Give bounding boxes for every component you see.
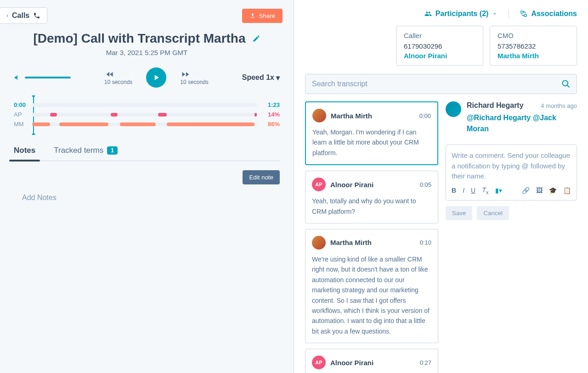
play-icon	[152, 73, 161, 82]
save-button[interactable]: Save	[446, 206, 472, 220]
calls-label: Calls	[12, 11, 29, 20]
speaker-name: Martha Mirth	[331, 112, 372, 120]
image-icon[interactable]: 🖼	[536, 187, 543, 194]
forward-icon	[180, 70, 208, 79]
speaker-mm-label: MM	[14, 121, 28, 128]
comment: Richard Hegarty 4 months ago @Richard He…	[446, 101, 577, 134]
call-date: Mar 3, 2021 5:25 PM GMT	[0, 49, 294, 56]
transcript-list: Martha Mirth 0:00 Yeah, Morgan. I'm wond…	[305, 101, 438, 373]
bold-icon[interactable]: B	[452, 187, 456, 194]
back-calls-button[interactable]: ‹ Calls	[0, 7, 47, 24]
phone-icon	[33, 12, 40, 19]
chevron-up-icon	[492, 11, 498, 17]
participant-role: Caller	[404, 32, 475, 39]
speaker-mm-pct: 86%	[261, 121, 280, 128]
rewind-icon	[104, 70, 132, 79]
speaker-name: Martha Mirth	[330, 239, 372, 246]
share-button[interactable]: Share	[242, 9, 283, 23]
avatar: AP	[312, 178, 326, 191]
timeline-start: 0:00	[14, 101, 28, 108]
participant-role: CMO	[498, 32, 569, 39]
transcript-turn[interactable]: AP Alnoor Pirani 0:27 Totally totally an…	[305, 349, 438, 373]
timeline-end: 1:23	[261, 101, 280, 108]
transcript-text: We're using kind of like a smaller CRM r…	[312, 254, 431, 336]
editor-toolbar: B I U Tx ▮▾ 🔗 🖼 🎓 📋	[452, 186, 571, 195]
tab-tracked-terms[interactable]: Tracked terms 1	[54, 146, 118, 161]
more-icon[interactable]: 📋	[563, 187, 571, 194]
avatar: AP	[312, 356, 326, 369]
divider	[509, 9, 509, 18]
transcript-turn[interactable]: Martha Mirth 0:00 Yeah, Morgan. I'm wond…	[305, 101, 438, 165]
search-input[interactable]	[305, 74, 577, 94]
page-title: [Demo] Call with Transcript Martha	[33, 31, 245, 46]
volume-control[interactable]	[14, 74, 71, 81]
avatar	[312, 109, 326, 122]
comment-time: 4 months ago	[541, 102, 577, 109]
participant-phone: 5735786232	[498, 42, 569, 50]
timestamp: 0:27	[420, 359, 431, 366]
edit-title-icon[interactable]	[252, 34, 260, 43]
transcript-text: Yeah, totally and why do you want to CRM…	[312, 196, 431, 217]
highlight-icon[interactable]: ▮▾	[495, 187, 502, 194]
search-icon[interactable]	[561, 79, 571, 89]
share-label: Share	[259, 12, 275, 19]
italic-icon[interactable]: I	[463, 187, 464, 194]
participant-phone: 6179030296	[404, 42, 475, 50]
speaker-mm-track[interactable]	[32, 122, 257, 126]
speaker-ap-pct: 14%	[261, 111, 280, 118]
participant-card-caller[interactable]: Caller 6179030296 Alnoor Pirani	[396, 26, 483, 66]
cancel-button[interactable]: Cancel	[477, 206, 509, 220]
speaker-name: Alnoor Pirani	[330, 359, 373, 367]
rewind-label: 10 seconds	[104, 79, 132, 85]
edit-note-button[interactable]: Edit note	[243, 170, 280, 184]
comment-input[interactable]: Write a comment. Send your colleague a n…	[452, 150, 571, 182]
underline-icon[interactable]: U	[471, 187, 475, 194]
avatar	[446, 101, 461, 117]
speed-label: Speed 1x	[242, 73, 274, 82]
speaker-name: Alnoor Pirani	[330, 181, 373, 189]
participant-name[interactable]: Alnoor Pirani	[404, 52, 475, 60]
play-button[interactable]	[146, 67, 166, 88]
tracked-count-badge: 1	[107, 146, 118, 155]
timeline-track[interactable]	[32, 103, 257, 107]
participants-label: Participants (2)	[435, 10, 489, 18]
comment-mentions: @Richard Hegarty @Jack Moran	[467, 112, 577, 134]
snippet-icon[interactable]: 🎓	[549, 187, 557, 194]
comment-editor[interactable]: Write a comment. Send your colleague a n…	[446, 145, 577, 200]
volume-icon	[14, 74, 21, 81]
speed-dropdown[interactable]: Speed 1x ▾	[242, 73, 280, 82]
forward-button[interactable]: 10 seconds	[180, 70, 208, 85]
speaker-ap-label: AP	[14, 111, 28, 118]
associations-label: Associations	[531, 10, 577, 18]
speaker-ap-track[interactable]	[32, 113, 257, 117]
timestamp: 0:00	[419, 112, 431, 119]
transcript-turn[interactable]: Martha Mirth 0:10 We're using kind of li…	[305, 229, 438, 343]
rewind-button[interactable]: 10 seconds	[104, 70, 132, 85]
chevron-down-icon: ▾	[276, 73, 280, 82]
chevron-left-icon: ‹	[6, 12, 8, 19]
forward-label: 10 seconds	[180, 79, 208, 85]
svg-point-2	[563, 81, 568, 86]
share-icon	[249, 12, 256, 19]
timestamp: 0:05	[420, 181, 431, 188]
avatar	[312, 236, 326, 250]
participant-name[interactable]: Martha Mirth	[498, 52, 569, 60]
tab-notes-label: Notes	[14, 146, 35, 155]
participants-toggle[interactable]: Participants (2)	[424, 10, 498, 18]
volume-slider[interactable]	[25, 77, 71, 78]
add-notes-placeholder[interactable]: Add Notes	[22, 194, 271, 202]
link-icon[interactable]: 🔗	[522, 187, 530, 194]
svg-rect-0	[521, 11, 523, 13]
comment-author: Richard Hegarty	[467, 101, 524, 110]
associations-toggle[interactable]: Associations	[520, 10, 577, 18]
tab-notes[interactable]: Notes	[14, 146, 35, 161]
tab-tracked-label: Tracked terms	[54, 146, 103, 155]
associations-icon	[520, 10, 527, 17]
transcript-turn[interactable]: AP Alnoor Pirani 0:05 Yeah, totally and …	[305, 171, 438, 223]
participant-card-cmo[interactable]: CMO 5735786232 Martha Mirth	[490, 26, 577, 66]
svg-rect-1	[525, 14, 527, 17]
clear-format-icon[interactable]: Tx	[482, 186, 488, 195]
participants-icon	[424, 10, 432, 17]
timestamp: 0:10	[420, 239, 431, 246]
transcript-text: Yeah, Morgan. I'm wondering if I can lea…	[312, 127, 431, 158]
